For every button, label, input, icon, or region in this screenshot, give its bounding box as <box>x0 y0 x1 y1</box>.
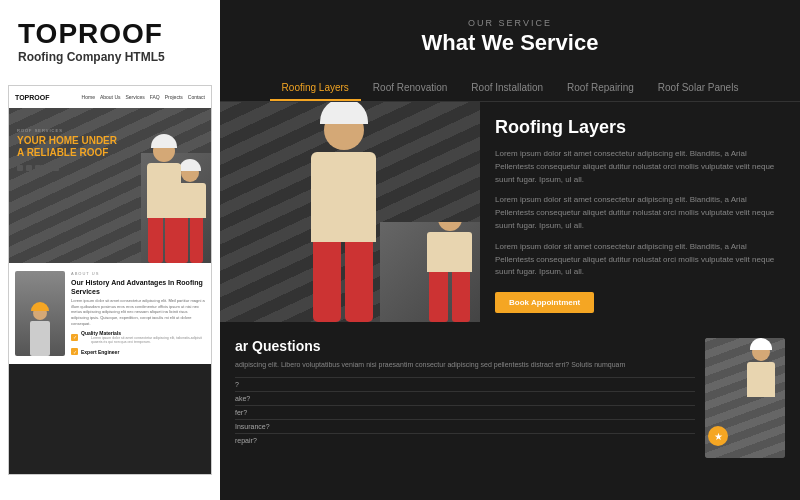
inset-head <box>438 222 462 231</box>
service-desc-para2: Lorem ipsum dolor sit amet consectetur a… <box>495 194 785 232</box>
faq-worker-torso <box>747 362 775 397</box>
sw-leg-right-small <box>190 218 203 263</box>
about-worker-figure <box>30 306 50 356</box>
check-icon-2 <box>71 348 78 355</box>
tab-roof-installation[interactable]: Roof Installation <box>459 76 555 101</box>
nav-about[interactable]: About Us <box>100 94 121 100</box>
service-title: What We Service <box>250 30 770 56</box>
tab-roof-repairing[interactable]: Roof Repairing <box>555 76 646 101</box>
worker-torso <box>147 163 181 218</box>
pinterest-icon[interactable] <box>53 165 59 171</box>
inset-leg-left <box>429 272 448 322</box>
big-worker-leg-left <box>313 242 341 322</box>
about-wtorso <box>30 321 50 356</box>
faq-section: ar Questions adipiscing elit. Libero vol… <box>220 328 800 468</box>
hero-roof-label: ROOF SERVICES <box>17 128 117 133</box>
big-worker-torso <box>311 152 376 242</box>
hero-line1: YOUR HOME UNDER <box>17 135 117 146</box>
tab-roofing-layers[interactable]: Roofing Layers <box>270 76 361 101</box>
faq-worker-figure <box>747 343 775 397</box>
faq-body: adipiscing elit. Libero voluptatibus ven… <box>235 360 695 371</box>
nav-services[interactable]: Services <box>126 94 145 100</box>
about-feature-1: Quality Materials Lorem ipsum dolor sit … <box>71 330 205 344</box>
faq-q1: ? <box>235 381 239 388</box>
faq-title: ar Questions <box>235 338 695 354</box>
big-worker-head <box>324 110 364 150</box>
tab-roof-renovation[interactable]: Roof Renovation <box>361 76 460 101</box>
about-whelmet <box>31 302 49 311</box>
service-desc: Roofing Layers Lorem ipsum dolor sit ame… <box>480 102 800 328</box>
service-section-header: OUR SERVICE What We Service <box>220 0 800 66</box>
about-label: ABOUT US <box>71 271 205 276</box>
feature1-body: Lorem ipsum dolor sit amet consectetur a… <box>91 336 205 344</box>
about-heading: Our History And Advantages In Roofing Se… <box>71 278 205 296</box>
faq-q4: Insurance? <box>235 423 270 430</box>
hero-content: ROOF SERVICES YOUR HOME UNDER A RELIABLE… <box>17 128 117 171</box>
faq-item-1[interactable]: ? <box>235 377 695 391</box>
worker-head <box>153 140 175 162</box>
nav-home[interactable]: Home <box>82 94 95 100</box>
about-feature-2: Expert Engineer <box>71 348 205 355</box>
faq-item-3[interactable]: fer? <box>235 405 695 419</box>
service-tabs: Roofing Layers Roof Renovation Roof Inst… <box>220 76 800 102</box>
faq-q5: repair? <box>235 437 257 444</box>
hero-heading: YOUR HOME UNDER A RELIABLE ROOF <box>17 135 117 159</box>
site-nav-links: Home About Us Services FAQ Projects Cont… <box>82 94 205 100</box>
right-panel: OUR SERVICE What We Service Roofing Laye… <box>220 0 800 500</box>
brand-title: TOPROOF <box>18 20 202 48</box>
main-worker-figure <box>311 110 376 322</box>
brand-subtitle: Roofing Company HTML5 <box>18 50 202 64</box>
tab-roof-solar[interactable]: Roof Solar Panels <box>646 76 751 101</box>
faq-q2: ake? <box>235 395 250 402</box>
worker-leg-right <box>165 218 180 263</box>
site-nav-brand: TOPROOF <box>15 94 49 101</box>
twitter-icon[interactable] <box>26 165 32 171</box>
faq-worker-head <box>752 343 770 361</box>
big-worker-leg-right <box>345 242 373 322</box>
worker-legs <box>147 218 181 263</box>
inset-legs <box>427 272 472 322</box>
big-worker-helmet <box>320 102 368 124</box>
big-worker-legs <box>311 242 376 322</box>
service-desc-para3: Lorem ipsum dolor sit amet consectetur a… <box>495 241 785 279</box>
inset-worker <box>427 222 472 322</box>
feature2-title: Expert Engineer <box>81 349 119 355</box>
facebook-icon[interactable] <box>17 165 23 171</box>
nav-contact[interactable]: Contact <box>188 94 205 100</box>
about-whead <box>33 306 47 320</box>
site-nav: TOPROOF Home About Us Services FAQ Proje… <box>9 86 211 108</box>
hero-worker-figure <box>147 140 181 263</box>
check-icon-1 <box>71 334 78 341</box>
hero-line2: A RELIABLE ROOF <box>17 147 108 158</box>
faq-list: ar Questions adipiscing elit. Libero vol… <box>235 338 695 458</box>
faq-badge-icon: ★ <box>714 431 723 442</box>
worker-leg-left <box>148 218 163 263</box>
content-area: Roofing Layers Lorem ipsum dolor sit ame… <box>220 102 800 328</box>
sw-head-small <box>181 164 199 182</box>
linkedin-icon[interactable] <box>44 165 50 171</box>
about-image <box>15 271 65 356</box>
faq-image: ★ <box>705 338 785 458</box>
service-desc-title: Roofing Layers <box>495 117 785 138</box>
service-image-area <box>220 102 480 322</box>
inset-torso <box>427 232 472 272</box>
hero-social <box>17 165 117 171</box>
faq-item-4[interactable]: Insurance? <box>235 419 695 433</box>
instagram-icon[interactable] <box>35 165 41 171</box>
faq-item-2[interactable]: ake? <box>235 391 695 405</box>
site-about: ABOUT US Our History And Advantages In R… <box>9 263 211 364</box>
nav-faq[interactable]: FAQ <box>150 94 160 100</box>
inset-worker-box <box>380 222 480 322</box>
inset-leg-right <box>452 272 471 322</box>
nav-projects[interactable]: Projects <box>165 94 183 100</box>
about-body: Lorem ipsum dolor sit amet consectetur a… <box>71 298 205 326</box>
service-label: OUR SERVICE <box>250 18 770 28</box>
service-desc-para1: Lorem ipsum dolor sit amet consectetur a… <box>495 148 785 186</box>
left-panel: TOPROOF Roofing Company HTML5 TOPROOF Ho… <box>0 0 220 500</box>
service-img-main <box>220 102 480 322</box>
site-preview: TOPROOF Home About Us Services FAQ Proje… <box>8 85 212 475</box>
site-hero: ROOF SERVICES YOUR HOME UNDER A RELIABLE… <box>9 108 211 263</box>
book-appointment-button[interactable]: Book Appointment <box>495 292 594 313</box>
sw-helmet-small <box>179 159 201 171</box>
faq-item-5[interactable]: repair? <box>235 433 695 447</box>
